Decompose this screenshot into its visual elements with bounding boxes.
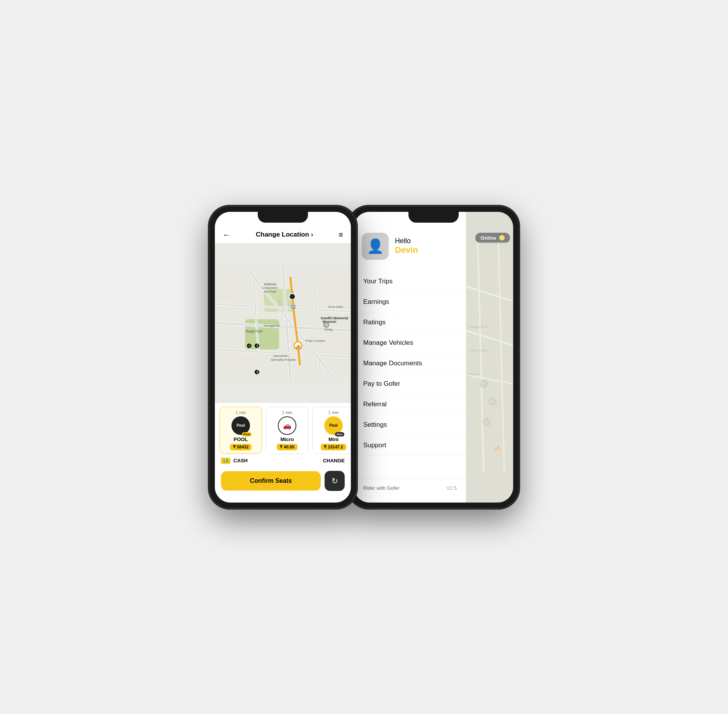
svg-point-17 — [289, 293, 296, 300]
svg-text:🅗: 🅗 — [255, 343, 259, 348]
ride-options-list: 1 min Pool Pool POOL ₹ 58432 1 min — [215, 407, 351, 454]
svg-text:H: H — [490, 399, 493, 404]
menu-item-support[interactable]: Support — [354, 435, 466, 456]
menu-items-list: Your Trips Earnings Ratings Manage Vehic… — [354, 268, 466, 479]
version-text: V2.5 — [446, 485, 457, 491]
mini-icon-circle: Pool Mini — [324, 416, 343, 435]
ride-name-micro: Micro — [281, 436, 294, 442]
avatar-icon: 👤 — [367, 238, 384, 254]
menu-item-earnings[interactable]: Earnings — [354, 292, 466, 312]
ride-price-pool: ₹ 58432 — [230, 444, 252, 450]
svg-text:🚕: 🚕 — [295, 344, 301, 349]
menu-item-manage-vehicles[interactable]: Manage Vehicles — [354, 333, 466, 353]
menu-item-ratings[interactable]: Ratings — [354, 312, 466, 333]
map-area: Madurai Corporation Eco Park Rajaji Park… — [215, 243, 351, 403]
svg-text:Priya Comple...: Priya Comple... — [469, 348, 489, 352]
svg-text:🏥: 🏥 — [291, 304, 296, 309]
svg-text:🍴: 🍴 — [277, 299, 284, 305]
avatar: 👤 — [362, 233, 389, 260]
svg-rect-40 — [466, 242, 513, 472]
map-overlay: Online Sivaganga Rd Priya Co — [466, 212, 513, 503]
svg-text:Asirvatham: Asirvatham — [274, 354, 289, 358]
mini-badge: Mini — [335, 432, 344, 436]
phone-1-screen: ← Change Location › ≡ — [215, 212, 351, 503]
ride-time-pool: 1 min — [236, 410, 246, 415]
back-button[interactable]: ← — [223, 230, 230, 239]
ride-name-pool: POOL — [234, 436, 248, 442]
user-name: Devin — [395, 245, 418, 255]
svg-text:Priya Complex: Priya Complex — [306, 339, 325, 343]
refresh-button[interactable]: ↻ — [325, 471, 345, 491]
svg-text:Corporation: Corporation — [262, 286, 278, 290]
svg-text:🅗: 🅗 — [247, 343, 252, 348]
payment-method-label: CASH — [233, 458, 248, 464]
svg-text:🏛: 🏛 — [325, 323, 328, 327]
ride-time-micro: 1 min — [282, 410, 293, 415]
svg-text:H: H — [485, 419, 488, 424]
svg-text:Eco Park: Eco Park — [264, 290, 276, 293]
ride-name-mini: Mini — [328, 436, 338, 442]
bottom-panel: 1 min Pool Pool POOL ₹ 58432 1 min — [215, 403, 351, 503]
menu-item-referral[interactable]: Referral — [354, 394, 466, 415]
ride-card-mini[interactable]: 1 min Pool Mini Mini ₹ 13147.2 — [312, 407, 351, 454]
svg-text:Speciality Hospital: Speciality Hospital — [271, 358, 296, 361]
svg-text:Gandhi St: Gandhi St — [468, 372, 481, 375]
svg-text:Sivaganga Rd: Sivaganga Rd — [469, 325, 488, 328]
greeting-section: Hello Devin — [395, 237, 418, 255]
ride-card-micro[interactable]: 1 min 🚗 Micro ₹ 40.00 — [266, 407, 308, 454]
pool-icon-circle: Pool Pool — [231, 416, 250, 435]
filter-icon[interactable]: ≡ — [338, 230, 343, 239]
svg-text:H: H — [481, 381, 485, 386]
svg-text:Anna Salai: Anna Salai — [328, 305, 343, 308]
svg-text:Panagal Rd: Panagal Rd — [264, 324, 280, 327]
menu-header: 👤 Hello Devin — [354, 212, 466, 268]
ride-price-micro: ₹ 40.00 — [277, 444, 298, 450]
ride-time-mini: 1 min — [328, 410, 339, 415]
pool-badge: Pool — [242, 432, 252, 436]
footer-app-name: Rider with Gofer — [363, 485, 400, 491]
svg-text:Sivag...: Sivag... — [325, 328, 335, 331]
menu-panel: 👤 Hello Devin Your Trips Earnings Rating — [354, 212, 466, 503]
payment-row: 💵 CASH CHANGE — [215, 454, 351, 468]
menu-footer: Rider with Gofer V2.5 — [354, 479, 466, 503]
menu-item-settings[interactable]: Settings — [354, 415, 466, 435]
phone-2-screen: 👤 Hello Devin Your Trips Earnings Rating — [354, 212, 513, 503]
page-title: Change Location › — [256, 231, 313, 239]
confirm-row: Confirm Seats ↻ — [215, 468, 351, 503]
change-payment-button[interactable]: CHANGE — [323, 458, 345, 464]
ride-price-mini: ₹ 13147.2 — [321, 444, 346, 450]
svg-text:🔥: 🔥 — [494, 445, 502, 453]
menu-item-manage-documents[interactable]: Manage Documents — [354, 353, 466, 374]
svg-text:Gandhi Memorial: Gandhi Memorial — [321, 316, 348, 320]
refresh-icon: ↻ — [332, 476, 338, 486]
menu-item-pay-to-gofer[interactable]: Pay to Gofer — [354, 374, 466, 394]
greeting-hello: Hello — [395, 237, 418, 245]
phone-2-frame: 👤 Hello Devin Your Trips Earnings Rating — [349, 206, 519, 508]
phone-1-frame: ← Change Location › ≡ — [209, 206, 356, 508]
payment-method: 💵 CASH — [221, 458, 248, 464]
svg-text:Madurai: Madurai — [264, 282, 276, 286]
cash-icon: 💵 — [221, 458, 230, 464]
confirm-seats-button[interactable]: Confirm Seats — [221, 471, 321, 491]
menu-item-your-trips[interactable]: Your Trips — [354, 271, 466, 292]
svg-text:Rajaji Park: Rajaji Park — [246, 329, 262, 333]
ride-card-pool[interactable]: 1 min Pool Pool POOL ₹ 58432 — [219, 407, 262, 454]
svg-text:🅗: 🅗 — [255, 370, 259, 375]
header-bar: ← Change Location › ≡ — [215, 212, 351, 243]
micro-icon-circle: 🚗 — [278, 416, 296, 435]
